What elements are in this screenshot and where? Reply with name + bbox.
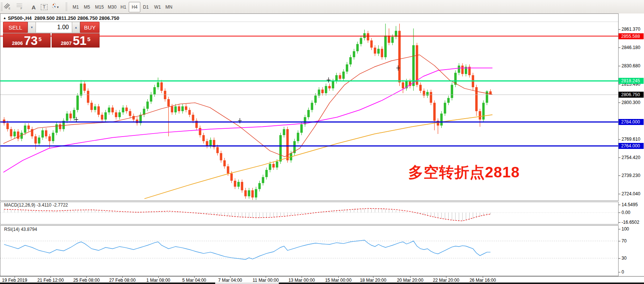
price-tick: [619, 194, 620, 194]
rsi-scale-label: 30: [622, 256, 626, 261]
text-tool-glyph: A: [32, 4, 36, 10]
rsi-scale-label: 100: [622, 226, 629, 232]
spin-down-icon: ▼: [30, 26, 33, 29]
price-badge: 2806.750: [619, 92, 644, 98]
timeframe-d1[interactable]: D1: [140, 2, 152, 12]
fibo-grid-icon[interactable]: F: [16, 2, 27, 12]
time-label: 7 Mar 04:00: [218, 278, 242, 283]
price-tick: [619, 29, 620, 30]
ask-pips: 51: [73, 36, 86, 46]
time-label: 26 Mar 16:00: [470, 278, 496, 283]
arrows-tool-button[interactable]: ▼: [50, 2, 64, 12]
time-label: 1 Mar 08:00: [146, 278, 170, 283]
bid-main: 2806: [12, 40, 23, 46]
bottom-edge-gap: [215, 283, 279, 284]
price-tick: [619, 103, 620, 103]
price-badge: 2855.588: [619, 33, 644, 39]
sell-button[interactable]: SELL: [3, 22, 28, 33]
price-tick: [619, 158, 620, 158]
chart-title: ▲SP500-,H4 2809.500 2811.250 2806.750 28…: [3, 15, 119, 21]
ask-main: 2807: [61, 40, 72, 46]
timeframe-mn[interactable]: MN: [162, 2, 176, 12]
timeframe-h4[interactable]: H4: [129, 2, 140, 12]
volume-decrease-button[interactable]: ▼: [28, 22, 36, 33]
rsi-scale-label: 70: [622, 238, 626, 244]
price-tick: [619, 66, 620, 66]
macd-scale-label: 0.00: [622, 210, 630, 215]
text-tool-button[interactable]: A: [28, 2, 39, 12]
toolbar-drag-handle[interactable]: [1, 3, 3, 11]
macd-label: MACD(12,26,9) -3.4110 -2.7722: [4, 202, 68, 208]
spin-up-icon: ▲: [74, 26, 77, 29]
price-tick-label: 2739.230: [622, 173, 640, 178]
timeframe-m5[interactable]: M5: [81, 2, 93, 12]
timeframe-h1[interactable]: H1: [117, 2, 129, 12]
hatch-pencil-icon: E: [3, 2, 11, 10]
price-tick: [619, 139, 620, 140]
text-label-tool-button[interactable]: T: [39, 2, 49, 12]
price-tick-label: 2769.610: [622, 137, 640, 142]
price-badge: 2764.000: [619, 143, 644, 149]
ask-quote[interactable]: 2807 51 5: [52, 33, 100, 48]
timeframe-m1[interactable]: M1: [70, 2, 82, 12]
time-label: 20 Mar 20:00: [397, 278, 424, 283]
symbol-label: SP500-,H4: [8, 15, 32, 21]
price-tick-label: 2724.040: [622, 191, 640, 196]
time-label: 15 Mar 00:00: [325, 278, 352, 283]
rsi-scale-label: 0: [622, 269, 624, 275]
collapse-triangle-icon[interactable]: ▲: [3, 16, 6, 20]
time-label: 18 Mar 20:00: [360, 278, 387, 283]
one-click-trading-widget: SELL ▼ ▲ BUY 2806 73 5 2807 51 5: [3, 22, 100, 48]
svg-text:F: F: [21, 7, 22, 10]
rsi-label: RSI(14) 43.8794: [4, 227, 37, 232]
arrows-icon: [51, 2, 57, 9]
volume-input[interactable]: [36, 22, 72, 33]
price-tick: [619, 84, 620, 85]
indicators-pencil-icon[interactable]: E: [3, 2, 14, 12]
terminal-window: E F A T ▼ M1M5M15M30H1H4D1W1MN ▲S: [0, 0, 644, 284]
time-label: 11 Mar 00:00: [253, 278, 279, 283]
time-label: 22 Mar 20:00: [433, 278, 460, 283]
ask-point: 5: [87, 34, 90, 45]
bid-point: 5: [39, 34, 42, 45]
price-tick-label: 2800.300: [622, 100, 640, 105]
time-label: 13 Mar 00:00: [289, 278, 315, 283]
bid-quote[interactable]: 2806 73 5: [3, 33, 51, 48]
rsi-panel[interactable]: [0, 225, 619, 276]
time-label: 5 Mar 04:00: [182, 278, 206, 283]
price-badge: 2818.245: [619, 78, 644, 84]
toolbar-separator: [65, 3, 67, 11]
price-scale[interactable]: 2861.3702846.1802830.6802815.4902800.300…: [619, 13, 644, 276]
macd-scale-label: 14.5495: [622, 202, 638, 207]
volume-increase-button[interactable]: ▲: [72, 22, 80, 33]
chart-annotation-text[interactable]: 多空转折点2818: [408, 162, 520, 183]
toolbar: E F A T ▼ M1M5M15M30H1H4D1W1MN: [0, 0, 644, 14]
time-label: 19 Feb 2019: [2, 278, 27, 283]
price-tick-label: 2846.180: [622, 45, 640, 50]
price-badge: 2784.000: [619, 119, 644, 125]
time-label: 27 Feb 08:00: [109, 278, 136, 283]
macd-scale-label: -16.6502: [622, 220, 639, 225]
price-tick-label: 2830.680: [622, 63, 640, 68]
time-label: 25 Feb 08:00: [73, 278, 100, 283]
buy-button[interactable]: BUY: [80, 22, 100, 33]
dotted-grid-icon: F: [16, 2, 24, 10]
timeframe-w1[interactable]: W1: [151, 2, 164, 12]
macd-canvas[interactable]: [0, 202, 618, 224]
time-scale[interactable]: 19 Feb 201921 Feb 12:0025 Feb 08:0027 Fe…: [0, 276, 644, 283]
price-tick: [619, 175, 620, 176]
text-label-glyph: T: [41, 4, 47, 10]
ohlc-values: 2809.500 2811.250 2806.750 2806.750: [34, 15, 119, 21]
svg-text:E: E: [9, 7, 10, 10]
macd-panel[interactable]: [0, 202, 619, 225]
bottom-window-edge: [0, 283, 644, 284]
time-label: 21 Feb 12:00: [37, 278, 64, 283]
rsi-canvas[interactable]: [0, 226, 618, 276]
price-tick-label: 2754.420: [622, 155, 640, 160]
bid-pips: 73: [24, 36, 38, 46]
price-tick: [619, 48, 620, 48]
price-tick-label: 2861.370: [622, 27, 640, 32]
